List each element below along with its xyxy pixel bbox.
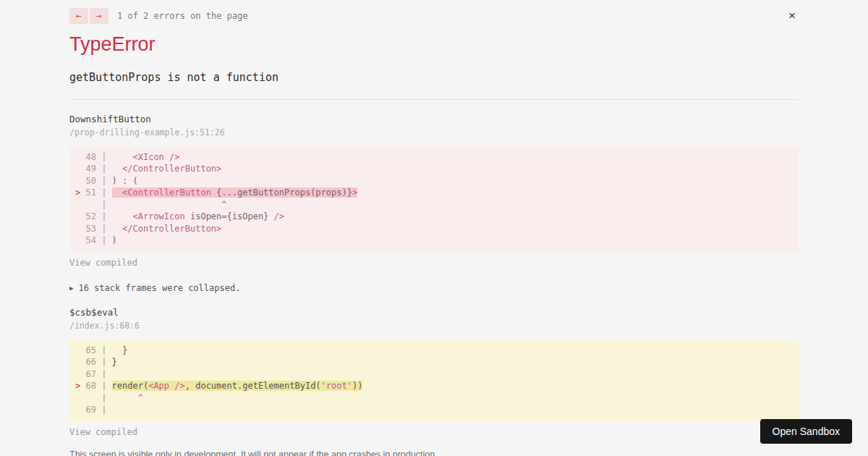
- code-line: | ^: [75, 199, 793, 211]
- error-overlay: ← → 1 of 2 errors on the page TypeError …: [0, 0, 868, 456]
- error-nav: ← → 1 of 2 errors on the page: [69, 7, 799, 24]
- view-compiled-link[interactable]: View compiled: [69, 258, 137, 268]
- error-nav-buttons: ← →: [69, 8, 109, 24]
- error-title: TypeError: [69, 34, 799, 56]
- code-line: 67 |: [75, 368, 793, 381]
- code-line: 48 | <XIcon />: [75, 151, 793, 164]
- dev-notice-line-1: This screen is visible only in developme…: [69, 449, 799, 456]
- frame-file-path: /prop-drilling-example.js:51:26: [69, 127, 799, 138]
- code-snippet-warning: 65 | } 66 | } 67 | > 68 | render(<App />…: [69, 339, 799, 421]
- stack-frame-downshiftbutton: DownshiftButton /prop-drilling-example.j…: [69, 114, 799, 269]
- code-line: 50 | ) : (: [75, 175, 793, 187]
- stack-frame-csb-eval: $csb$eval /index.js:68:6 65 | } 66 | } 6…: [69, 307, 799, 438]
- view-compiled-link[interactable]: View compiled: [69, 427, 137, 437]
- open-sandbox-button[interactable]: Open Sandbox: [760, 419, 852, 444]
- frame-function-name: $csb$eval: [69, 307, 799, 318]
- previous-error-button[interactable]: ←: [69, 8, 88, 24]
- code-line: > 51 | <ControllerButton {...getButtonPr…: [75, 187, 793, 199]
- divider: [69, 99, 799, 100]
- code-line: | ^: [75, 392, 793, 405]
- code-line: > 68 | render(<App />, document.getEleme…: [75, 380, 793, 392]
- code-line: 52 | <ArrowIcon isOpen={isOpen} />: [75, 211, 793, 223]
- code-line: 54 | ): [75, 235, 793, 247]
- code-line: 66 | }: [75, 356, 793, 368]
- error-message: getButtonProps is not a function: [69, 71, 799, 84]
- code-line: 53 | </ControllerButton>: [75, 223, 793, 235]
- dev-notice: This screen is visible only in developme…: [69, 449, 799, 456]
- code-snippet-error: 48 | <XIcon /> 49 | </ControllerButton> …: [69, 146, 799, 252]
- frame-function-name: DownshiftButton: [69, 114, 799, 124]
- code-line: 69 |: [75, 404, 793, 416]
- close-icon: ×: [788, 9, 796, 22]
- expand-triangle-icon: ▶: [69, 284, 73, 292]
- code-line: 65 | }: [75, 345, 793, 357]
- next-error-button[interactable]: →: [90, 8, 109, 24]
- frame-file-path: /index.js:68:6: [69, 321, 799, 331]
- close-overlay-button[interactable]: ×: [788, 9, 796, 22]
- error-counter: 1 of 2 errors on the page: [117, 11, 248, 21]
- collapsed-frames-label: 16 stack frames were collapsed.: [78, 283, 240, 293]
- code-line: 49 | </ControllerButton>: [75, 163, 793, 175]
- arrow-right-icon: →: [96, 10, 102, 21]
- arrow-left-icon: ←: [76, 10, 82, 21]
- collapsed-frames-toggle[interactable]: ▶16 stack frames were collapsed.: [69, 283, 799, 293]
